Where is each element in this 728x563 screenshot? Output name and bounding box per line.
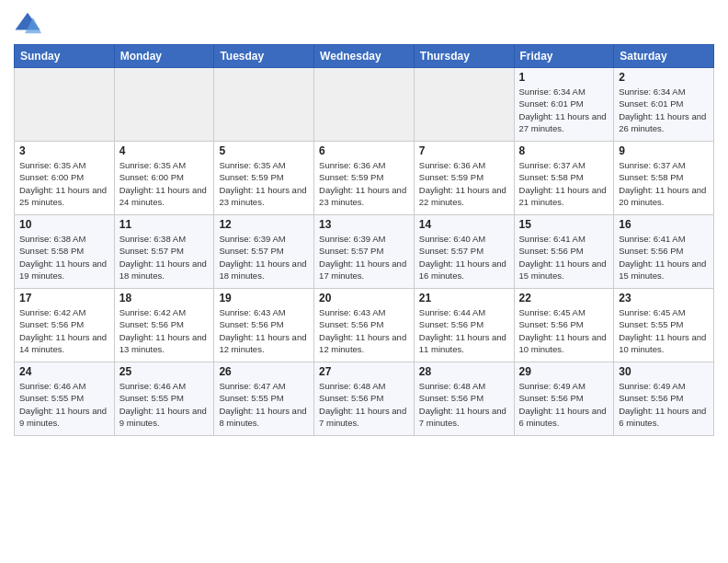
day-info: Sunrise: 6:43 AM Sunset: 5:56 PM Dayligh…: [219, 306, 309, 355]
calendar-cell: [214, 68, 314, 142]
calendar-cell: 11Sunrise: 6:38 AM Sunset: 5:57 PM Dayli…: [114, 215, 214, 289]
day-number: 11: [119, 218, 210, 231]
day-info: Sunrise: 6:42 AM Sunset: 5:56 PM Dayligh…: [119, 306, 210, 355]
logo-icon: [14, 9, 41, 37]
col-header-wednesday: Wednesday: [314, 45, 415, 68]
calendar-cell: 14Sunrise: 6:40 AM Sunset: 5:57 PM Dayli…: [414, 215, 514, 289]
day-info: Sunrise: 6:35 AM Sunset: 6:00 PM Dayligh…: [119, 159, 210, 208]
day-info: Sunrise: 6:37 AM Sunset: 5:58 PM Dayligh…: [519, 159, 609, 208]
calendar-cell: 1Sunrise: 6:34 AM Sunset: 6:01 PM Daylig…: [514, 68, 614, 142]
day-number: 9: [619, 144, 709, 157]
day-number: 1: [519, 71, 609, 84]
day-info: Sunrise: 6:38 AM Sunset: 5:57 PM Dayligh…: [119, 233, 210, 282]
day-info: Sunrise: 6:39 AM Sunset: 5:57 PM Dayligh…: [219, 233, 309, 282]
day-number: 17: [19, 292, 109, 304]
calendar-cell: 10Sunrise: 6:38 AM Sunset: 5:58 PM Dayli…: [15, 215, 115, 289]
day-number: 15: [519, 218, 609, 231]
calendar-cell: 2Sunrise: 6:34 AM Sunset: 6:01 PM Daylig…: [614, 68, 714, 142]
calendar-cell: 5Sunrise: 6:35 AM Sunset: 5:59 PM Daylig…: [214, 142, 314, 215]
col-header-saturday: Saturday: [614, 45, 714, 68]
day-info: Sunrise: 6:36 AM Sunset: 5:59 PM Dayligh…: [419, 159, 509, 208]
day-info: Sunrise: 6:38 AM Sunset: 5:58 PM Dayligh…: [19, 233, 109, 282]
calendar-cell: 21Sunrise: 6:44 AM Sunset: 5:56 PM Dayli…: [414, 289, 514, 362]
calendar-cell: [314, 68, 415, 142]
day-number: 20: [319, 292, 409, 304]
col-header-sunday: Sunday: [15, 45, 115, 68]
day-info: Sunrise: 6:43 AM Sunset: 5:56 PM Dayligh…: [319, 306, 409, 355]
day-number: 30: [619, 365, 709, 378]
day-number: 4: [119, 144, 210, 157]
day-number: 5: [219, 144, 309, 157]
logo: [14, 9, 45, 37]
header: [14, 9, 714, 37]
calendar-cell: 29Sunrise: 6:49 AM Sunset: 5:56 PM Dayli…: [514, 362, 614, 436]
day-info: Sunrise: 6:37 AM Sunset: 5:58 PM Dayligh…: [619, 159, 709, 208]
calendar-cell: 9Sunrise: 6:37 AM Sunset: 5:58 PM Daylig…: [614, 142, 714, 215]
day-info: Sunrise: 6:42 AM Sunset: 5:56 PM Dayligh…: [19, 306, 109, 355]
calendar-cell: 13Sunrise: 6:39 AM Sunset: 5:57 PM Dayli…: [314, 215, 415, 289]
day-info: Sunrise: 6:35 AM Sunset: 5:59 PM Dayligh…: [219, 159, 309, 208]
day-info: Sunrise: 6:46 AM Sunset: 5:55 PM Dayligh…: [119, 380, 210, 429]
day-number: 2: [619, 71, 709, 84]
day-info: Sunrise: 6:35 AM Sunset: 6:00 PM Dayligh…: [19, 159, 109, 208]
day-number: 7: [419, 144, 509, 157]
day-info: Sunrise: 6:48 AM Sunset: 5:56 PM Dayligh…: [319, 380, 409, 429]
calendar-cell: 22Sunrise: 6:45 AM Sunset: 5:56 PM Dayli…: [514, 289, 614, 362]
calendar-cell: 3Sunrise: 6:35 AM Sunset: 6:00 PM Daylig…: [15, 142, 115, 215]
day-number: 6: [319, 144, 409, 157]
calendar-cell: 16Sunrise: 6:41 AM Sunset: 5:56 PM Dayli…: [614, 215, 714, 289]
day-info: Sunrise: 6:41 AM Sunset: 5:56 PM Dayligh…: [519, 233, 609, 282]
day-number: 18: [119, 292, 210, 304]
calendar-cell: 19Sunrise: 6:43 AM Sunset: 5:56 PM Dayli…: [214, 289, 314, 362]
calendar-cell: 25Sunrise: 6:46 AM Sunset: 5:55 PM Dayli…: [114, 362, 214, 436]
calendar-week-row: 24Sunrise: 6:46 AM Sunset: 5:55 PM Dayli…: [15, 362, 714, 436]
day-number: 8: [519, 144, 609, 157]
day-number: 29: [519, 365, 609, 378]
day-number: 13: [319, 218, 409, 231]
calendar-cell: 7Sunrise: 6:36 AM Sunset: 5:59 PM Daylig…: [414, 142, 514, 215]
calendar-week-row: 3Sunrise: 6:35 AM Sunset: 6:00 PM Daylig…: [15, 142, 714, 215]
calendar-cell: 28Sunrise: 6:48 AM Sunset: 5:56 PM Dayli…: [414, 362, 514, 436]
col-header-thursday: Thursday: [414, 45, 514, 68]
day-info: Sunrise: 6:45 AM Sunset: 5:55 PM Dayligh…: [619, 306, 709, 355]
calendar-cell: [414, 68, 514, 142]
calendar-cell: 20Sunrise: 6:43 AM Sunset: 5:56 PM Dayli…: [314, 289, 415, 362]
day-number: 10: [19, 218, 109, 231]
day-number: 3: [19, 144, 109, 157]
day-number: 25: [119, 365, 210, 378]
day-info: Sunrise: 6:47 AM Sunset: 5:55 PM Dayligh…: [219, 380, 309, 429]
day-number: 24: [19, 365, 109, 378]
day-info: Sunrise: 6:34 AM Sunset: 6:01 PM Dayligh…: [619, 86, 709, 134]
calendar-cell: 6Sunrise: 6:36 AM Sunset: 5:59 PM Daylig…: [314, 142, 415, 215]
calendar-cell: [114, 68, 214, 142]
day-number: 16: [619, 218, 709, 231]
day-info: Sunrise: 6:45 AM Sunset: 5:56 PM Dayligh…: [519, 306, 609, 355]
day-number: 14: [419, 218, 509, 231]
day-info: Sunrise: 6:36 AM Sunset: 5:59 PM Dayligh…: [319, 159, 409, 208]
day-number: 19: [219, 292, 309, 304]
day-number: 26: [219, 365, 309, 378]
day-info: Sunrise: 6:41 AM Sunset: 5:56 PM Dayligh…: [619, 233, 709, 282]
day-info: Sunrise: 6:46 AM Sunset: 5:55 PM Dayligh…: [19, 380, 109, 429]
calendar-cell: 27Sunrise: 6:48 AM Sunset: 5:56 PM Dayli…: [314, 362, 415, 436]
calendar-cell: 30Sunrise: 6:49 AM Sunset: 5:56 PM Dayli…: [614, 362, 714, 436]
calendar-cell: [15, 68, 115, 142]
calendar-cell: 24Sunrise: 6:46 AM Sunset: 5:55 PM Dayli…: [15, 362, 115, 436]
calendar-cell: 23Sunrise: 6:45 AM Sunset: 5:55 PM Dayli…: [614, 289, 714, 362]
day-info: Sunrise: 6:44 AM Sunset: 5:56 PM Dayligh…: [419, 306, 509, 355]
page: SundayMondayTuesdayWednesdayThursdayFrid…: [0, 0, 728, 563]
day-number: 28: [419, 365, 509, 378]
calendar-cell: 18Sunrise: 6:42 AM Sunset: 5:56 PM Dayli…: [114, 289, 214, 362]
day-number: 21: [419, 292, 509, 304]
calendar-cell: 15Sunrise: 6:41 AM Sunset: 5:56 PM Dayli…: [514, 215, 614, 289]
day-info: Sunrise: 6:49 AM Sunset: 5:56 PM Dayligh…: [619, 380, 709, 429]
calendar-cell: 8Sunrise: 6:37 AM Sunset: 5:58 PM Daylig…: [514, 142, 614, 215]
day-info: Sunrise: 6:48 AM Sunset: 5:56 PM Dayligh…: [419, 380, 509, 429]
col-header-friday: Friday: [514, 45, 614, 68]
calendar-week-row: 1Sunrise: 6:34 AM Sunset: 6:01 PM Daylig…: [15, 68, 714, 142]
day-number: 23: [619, 292, 709, 304]
calendar-cell: 17Sunrise: 6:42 AM Sunset: 5:56 PM Dayli…: [15, 289, 115, 362]
calendar-table: SundayMondayTuesdayWednesdayThursdayFrid…: [14, 44, 714, 436]
day-info: Sunrise: 6:34 AM Sunset: 6:01 PM Dayligh…: [519, 86, 609, 134]
col-header-monday: Monday: [114, 45, 214, 68]
